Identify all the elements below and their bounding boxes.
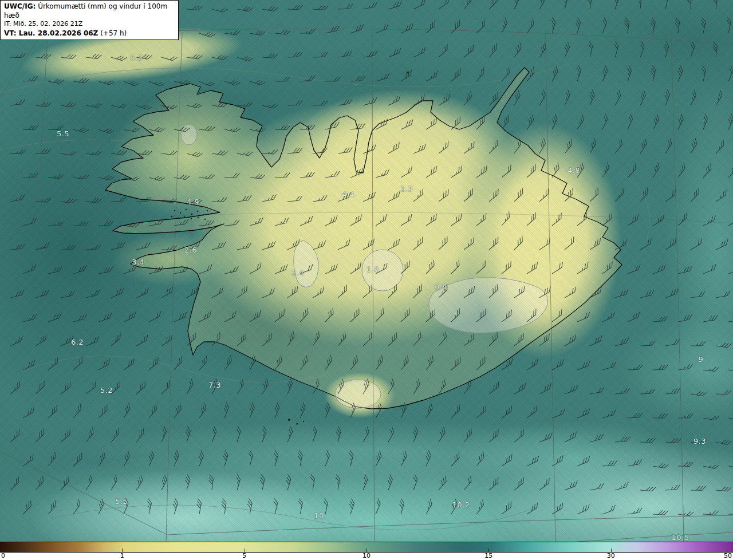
wind-barb-icon [498, 67, 511, 81]
wind-barb-icon [121, 358, 136, 370]
wind-barb-icon [410, 332, 423, 346]
wind-barb-icon [58, 381, 73, 394]
wind-barb-icon [287, 52, 303, 57]
wind-barb-icon [146, 357, 160, 370]
wind-barb-icon [424, 166, 439, 178]
wind-barb-icon [108, 428, 122, 442]
wind-barb-icon [436, 44, 450, 57]
wind-barb-icon [474, 357, 488, 370]
wind-barb-icon [159, 334, 175, 346]
wind-barb-icon [636, 42, 645, 57]
wind-barb-icon [237, 53, 253, 62]
wind-barb-icon [687, 42, 696, 57]
wind-barb-icon [614, 289, 630, 298]
wind-barb-icon [72, 265, 88, 274]
wind-barb-icon [448, 357, 463, 370]
wind-barb-icon [149, 173, 165, 182]
wind-barb-icon [338, 4, 353, 9]
wind-barb-icon [714, 190, 728, 202]
wind-barb-icon [199, 29, 215, 38]
wind-barb-icon [435, 476, 448, 490]
wind-barb-icon [486, 189, 501, 202]
wind-barb-icon [312, 240, 327, 250]
wind-barb-icon [296, 403, 307, 418]
wind-barb-icon [10, 244, 25, 250]
wind-barb-icon [626, 265, 641, 274]
wind-barb-icon [627, 459, 643, 466]
wind-barb-icon [499, 211, 513, 226]
wind-barb-icon [712, 42, 718, 57]
wind-barb-icon [674, 66, 684, 81]
init-time: IT: Mið. 25. 02. 2026 21Z [4, 20, 175, 29]
wind-barb-icon [486, 0, 500, 9]
wind-barb-icon [287, 100, 303, 105]
wind-barb-icon [499, 310, 514, 322]
wind-barb-icon [234, 379, 246, 394]
wind-barb-icon [536, 0, 547, 9]
wind-barb-icon [284, 331, 297, 346]
wind-barb-icon [372, 403, 384, 418]
wind-barb-icon [361, 239, 376, 250]
wind-barb-icon [674, 114, 685, 129]
wind-barb-icon [538, 433, 553, 442]
wind-barb-icon [346, 499, 356, 514]
wind-barb-icon [170, 451, 180, 466]
wind-barb-icon [561, 90, 572, 105]
wind-barb-icon [208, 378, 220, 394]
wind-barb-icon [460, 380, 474, 394]
wind-barb-icon [120, 499, 129, 514]
wind-barb-icon [324, 264, 339, 274]
wind-barb-icon [424, 214, 439, 226]
wind-barb-icon [640, 486, 656, 492]
wind-barb-icon [499, 358, 515, 370]
wind-barb-icon [199, 173, 215, 179]
wind-barb-icon [7, 429, 22, 442]
wind-barb-icon [474, 405, 488, 418]
wind-barb-icon [598, 114, 609, 129]
wind-barb-icon [9, 290, 25, 298]
wind-barb-icon [350, 124, 365, 129]
wind-barb-icon [82, 428, 96, 442]
wind-barb-icon [250, 125, 266, 133]
wind-barb-icon [561, 0, 569, 9]
weather-map-window: 6.35.54.92.63.44.41.32.41.60.94.86.25.27… [0, 0, 733, 560]
wind-barb-icon [210, 287, 225, 298]
wind-barb-icon [448, 20, 463, 33]
wind-barb-icon [462, 238, 476, 250]
wind-barb-icon [649, 18, 656, 33]
wind-barb-icon [576, 456, 591, 466]
valid-time: VT: Lau. 28.02.2026 06Z (+57 h) [4, 29, 175, 38]
wind-barb-icon [82, 475, 94, 490]
wind-barb-icon [61, 53, 76, 60]
wind-barb-icon [574, 163, 586, 178]
wind-barb-icon [614, 436, 630, 442]
wind-barb-icon [258, 475, 266, 490]
wind-barb-icon [611, 0, 620, 9]
wind-barb-icon [550, 262, 565, 274]
wind-barb-icon [283, 427, 294, 442]
wind-barb-icon [209, 332, 223, 346]
product-label: UWC/IG: [4, 2, 36, 10]
wind-barb-icon [614, 482, 630, 490]
wind-barb-icon [486, 92, 501, 105]
wind-barb-icon [422, 451, 432, 466]
wind-barb-icon [678, 462, 693, 467]
wind-barb-icon [423, 403, 435, 418]
wind-barb-icon [448, 452, 462, 466]
wind-barb-icon [576, 504, 591, 514]
wind-barb-icon [662, 139, 674, 153]
wind-barb-icon [374, 23, 389, 33]
wind-barb-icon [271, 355, 284, 370]
wind-barb-icon [690, 291, 706, 298]
wind-barb-icon [161, 101, 178, 111]
wind-barb-icon [208, 475, 214, 490]
wind-barb-icon [249, 218, 265, 226]
wind-barb-icon [220, 450, 229, 466]
wind-barb-icon [511, 333, 526, 346]
wind-barb-icon [275, 77, 290, 81]
wind-barb-icon [159, 380, 172, 394]
wind-barb-icon [259, 379, 270, 394]
wind-barb-icon [98, 173, 115, 181]
wind-barb-icon [651, 265, 667, 274]
wind-barb-icon [309, 475, 316, 490]
